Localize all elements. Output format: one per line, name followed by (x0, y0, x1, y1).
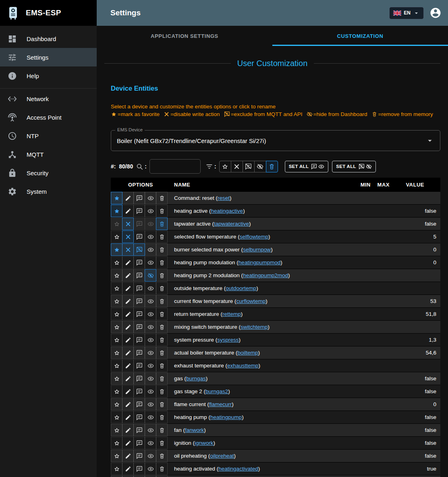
entity-row[interactable]: flame current (flamecurr)0 (111, 398, 440, 411)
hide-dashboard-toggle[interactable] (145, 243, 156, 256)
hide-dashboard-toggle[interactable] (145, 385, 156, 398)
favorite-toggle[interactable] (111, 192, 122, 204)
favorite-toggle[interactable] (111, 372, 122, 385)
hide-dashboard-toggle[interactable] (145, 269, 156, 282)
entity-row[interactable]: exhaust temperature (exhausttemp) (111, 359, 440, 372)
exclude-mqtt-toggle[interactable] (133, 398, 145, 411)
disable-write-toggle[interactable] (122, 321, 134, 333)
entity-link[interactable]: tapwateractive (214, 221, 249, 227)
account-icon[interactable] (429, 7, 442, 19)
entity-row[interactable]: heating pump (heatingpump)false (111, 411, 440, 424)
favorite-toggle[interactable] (111, 385, 122, 398)
disable-write-toggle[interactable] (122, 359, 134, 372)
entity-row[interactable]: Command: reset (reset) (111, 192, 440, 205)
entity-row[interactable]: heating pump modulation (heatingpumpmod)… (111, 256, 440, 269)
language-select[interactable]: EN (389, 7, 424, 19)
entity-row[interactable]: return temperature (rettemp)51,8 (111, 308, 440, 321)
delete-toggle[interactable] (156, 218, 168, 230)
hide-dashboard-toggle[interactable] (145, 282, 156, 294)
entity-link[interactable]: exhausttemp (227, 363, 258, 369)
disable-write-toggle[interactable] (122, 192, 134, 204)
favorite-toggle[interactable] (111, 269, 122, 282)
entity-row[interactable]: actual boiler temperature (boiltemp)54,6 (111, 346, 440, 359)
entity-row[interactable]: heating activated (heatingactivated)true (111, 462, 440, 475)
delete-toggle[interactable] (156, 372, 168, 385)
disable-write-toggle[interactable] (122, 269, 134, 282)
sidebar-item-help[interactable]: Help (0, 66, 97, 85)
exclude-mqtt-toggle[interactable] (133, 218, 145, 230)
disable-write-toggle[interactable] (122, 372, 134, 385)
favorite-toggle[interactable] (111, 346, 122, 359)
delete-toggle[interactable] (156, 243, 168, 256)
delete-toggle[interactable] (156, 308, 168, 320)
filter-deleted-toggle[interactable] (266, 161, 278, 172)
entity-link[interactable]: curflowtemp (236, 298, 266, 304)
entity-row[interactable]: burner selected max power (selburnpow)0 (111, 243, 440, 256)
sidebar-item-system[interactable]: System (0, 182, 97, 201)
entity-row[interactable]: tapwater active (tapwateractive)false (111, 218, 440, 230)
entity-link[interactable]: oilpreheat (210, 453, 234, 459)
entity-row[interactable]: heating active (heatingactive)false (111, 205, 440, 218)
entity-link[interactable]: burngas (186, 375, 206, 382)
hide-dashboard-toggle[interactable] (145, 256, 156, 269)
entity-row[interactable]: heating pump 2 modulation (heatingpump2m… (111, 269, 440, 282)
disable-write-toggle[interactable] (122, 450, 134, 462)
sidebar-item-settings[interactable]: Settings (0, 48, 97, 66)
disable-write-toggle[interactable] (122, 205, 134, 217)
disable-write-toggle[interactable] (122, 218, 134, 230)
favorite-toggle[interactable] (111, 398, 122, 411)
search-input[interactable] (149, 159, 201, 174)
delete-toggle[interactable] (156, 398, 168, 411)
hide-dashboard-toggle[interactable] (145, 308, 156, 320)
entity-link[interactable]: boiltemp (238, 350, 258, 356)
delete-toggle[interactable] (156, 450, 168, 462)
disable-write-toggle[interactable] (122, 437, 134, 449)
favorite-toggle[interactable] (111, 256, 122, 269)
exclude-mqtt-toggle[interactable] (133, 424, 145, 436)
delete-toggle[interactable] (156, 282, 168, 294)
entity-row[interactable] (111, 475, 440, 477)
sidebar-item-mqtt[interactable]: MQTT (0, 145, 97, 164)
entity-link[interactable]: syspress (217, 337, 239, 343)
entity-link[interactable]: heatingactive (211, 208, 243, 214)
entity-row[interactable]: fan (fanwork)false (111, 424, 440, 437)
entity-row[interactable]: outside temperature (outdoortemp) (111, 282, 440, 295)
disable-write-toggle[interactable] (122, 282, 134, 294)
exclude-mqtt-toggle[interactable] (133, 372, 145, 385)
hide-dashboard-toggle[interactable] (145, 450, 156, 462)
disable-write-toggle[interactable] (122, 475, 134, 477)
entity-row[interactable]: gas (burngas)false (111, 372, 440, 385)
favorite-toggle[interactable] (111, 282, 122, 294)
disable-write-toggle[interactable] (122, 398, 134, 411)
sidebar-item-ntp[interactable]: NTP (0, 127, 97, 145)
filter-disable-write-toggle[interactable] (231, 161, 243, 172)
delete-toggle[interactable] (156, 321, 168, 333)
filter-exclude-mqtt-toggle[interactable] (243, 161, 255, 172)
tab-application-settings[interactable]: APPLICATION SETTINGS (97, 26, 272, 46)
disable-write-toggle[interactable] (122, 230, 134, 243)
exclude-mqtt-toggle[interactable] (133, 385, 145, 398)
favorite-toggle[interactable] (111, 205, 122, 217)
hide-dashboard-toggle[interactable] (145, 321, 156, 333)
exclude-mqtt-toggle[interactable] (133, 269, 145, 282)
disable-write-toggle[interactable] (122, 346, 134, 359)
hide-dashboard-toggle[interactable] (145, 372, 156, 385)
favorite-toggle[interactable] (111, 462, 122, 475)
exclude-mqtt-toggle[interactable] (133, 308, 145, 320)
sidebar-item-security[interactable]: Security (0, 164, 97, 182)
entity-link[interactable]: reset (218, 195, 230, 201)
exclude-mqtt-toggle[interactable] (133, 282, 145, 294)
set-all-show-button[interactable]: SET ALL (285, 161, 329, 172)
delete-toggle[interactable] (156, 256, 168, 269)
favorite-toggle[interactable] (111, 411, 122, 423)
entity-link[interactable]: flamecurr (209, 401, 232, 407)
ems-device-select[interactable]: EMS Device Boiler (Nefit GBx72/Trendline… (111, 130, 440, 151)
delete-toggle[interactable] (156, 475, 168, 477)
favorite-toggle[interactable] (111, 359, 122, 372)
hide-dashboard-toggle[interactable] (145, 424, 156, 436)
disable-write-toggle[interactable] (122, 243, 134, 256)
favorite-toggle[interactable] (111, 321, 122, 333)
hide-dashboard-toggle[interactable] (145, 475, 156, 477)
exclude-mqtt-toggle[interactable] (133, 359, 145, 372)
entity-row[interactable]: selected flow temperature (selflowtemp)5 (111, 230, 440, 243)
